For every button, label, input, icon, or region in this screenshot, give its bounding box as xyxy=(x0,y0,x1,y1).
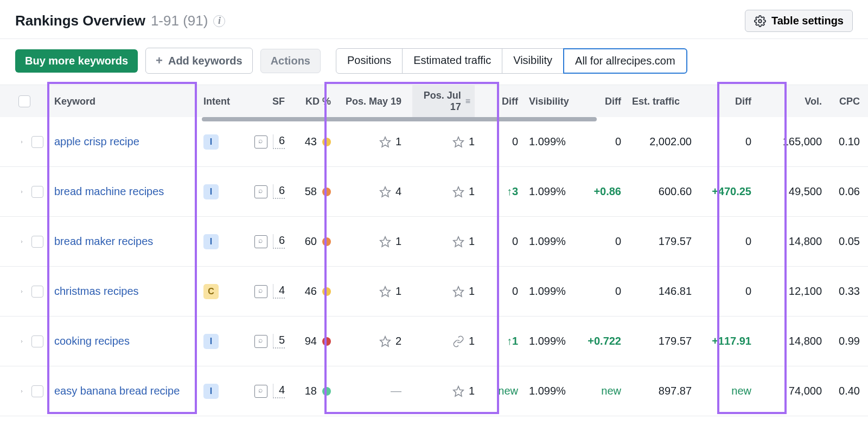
tab-estimated-traffic[interactable]: Estimated traffic xyxy=(402,48,502,74)
table-settings-button[interactable]: Table settings xyxy=(745,10,853,32)
col-diff-est[interactable]: Diff xyxy=(697,85,757,118)
col-cpc[interactable]: CPC xyxy=(827,85,865,118)
serp-features-icon[interactable] xyxy=(254,185,267,198)
diff-position: ↑3 xyxy=(507,185,518,198)
col-keyword[interactable]: Keyword xyxy=(49,85,198,118)
info-icon[interactable]: i xyxy=(213,15,225,27)
cpc-value: 0.10 xyxy=(827,135,865,148)
svg-point-0 xyxy=(758,20,762,23)
est-traffic-value: 897.87 xyxy=(627,385,697,397)
keyword-link[interactable]: apple crisp recipe xyxy=(54,135,139,147)
gear-icon xyxy=(754,15,766,27)
tab-visibility[interactable]: Visibility xyxy=(502,48,564,74)
actions-button[interactable]: Actions xyxy=(260,49,321,73)
position-jul17: 1 xyxy=(407,335,480,347)
table-row: bread maker recipes I 6 60 1 1 0 1.099% … xyxy=(0,217,868,267)
visibility-value: 1.099% xyxy=(524,235,578,248)
diff-est-traffic: 0 xyxy=(745,285,751,298)
chevron-right-icon[interactable] xyxy=(20,388,24,395)
chevron-right-icon[interactable] xyxy=(20,238,24,246)
col-pos-may19[interactable]: Pos. May 19 xyxy=(336,85,407,118)
keyword-link[interactable]: christmas recipes xyxy=(54,285,139,297)
kd-dot-icon xyxy=(322,287,331,296)
chevron-right-icon[interactable] xyxy=(20,288,24,295)
position-may19: 1 xyxy=(336,285,407,298)
page-title: Rankings Overview xyxy=(15,12,145,29)
tab-positions[interactable]: Positions xyxy=(336,48,403,74)
row-checkbox[interactable] xyxy=(31,286,43,298)
serp-features-icon[interactable] xyxy=(254,235,267,248)
cpc-value: 0.05 xyxy=(827,235,865,248)
sf-count: 6 xyxy=(273,184,285,199)
svg-marker-5 xyxy=(380,236,390,246)
diff-position: 0 xyxy=(512,235,518,248)
serp-features-icon[interactable] xyxy=(254,335,267,348)
volume-value: 165,000 xyxy=(757,135,827,148)
est-traffic-value: 2,002.00 xyxy=(627,135,697,148)
select-all-checkbox[interactable] xyxy=(18,95,30,107)
col-url[interactable]: URL xyxy=(865,85,868,118)
add-keywords-button[interactable]: +Add keywords xyxy=(145,48,253,74)
keyword-link[interactable]: bread maker recipes xyxy=(54,235,153,247)
volume-value: 74,000 xyxy=(757,385,827,397)
chevron-right-icon[interactable] xyxy=(20,338,24,345)
row-checkbox[interactable] xyxy=(31,136,43,148)
diff-position: ↑1 xyxy=(507,335,518,347)
position-jul17: 1 xyxy=(407,135,480,148)
sf-count: 4 xyxy=(273,284,285,299)
col-intent[interactable]: Intent xyxy=(198,85,236,118)
position-may19: 1 xyxy=(336,235,407,248)
kd-value: 94 xyxy=(305,335,317,347)
kd-value: 58 xyxy=(305,185,317,198)
serp-features-icon[interactable] xyxy=(254,135,267,149)
visibility-value: 1.099% xyxy=(524,385,578,397)
buy-more-keywords-button[interactable]: Buy more keywords xyxy=(15,49,138,73)
row-checkbox[interactable] xyxy=(31,335,43,347)
svg-marker-2 xyxy=(454,137,463,146)
row-checkbox[interactable] xyxy=(31,186,43,198)
svg-marker-7 xyxy=(380,286,390,296)
position-jul17: 1 xyxy=(407,235,480,248)
diff-est-traffic: 0 xyxy=(745,135,751,148)
visibility-value: 1.099% xyxy=(524,285,578,298)
rankings-table: Keyword Intent SF KD % Pos. May 19 Pos. … xyxy=(0,85,868,416)
col-kd[interactable]: KD % xyxy=(290,85,336,118)
cpc-value: 0.33 xyxy=(827,285,865,298)
est-traffic-value: 600.60 xyxy=(627,185,697,198)
col-volume[interactable]: Vol. xyxy=(757,85,827,118)
position-jul17: 1 xyxy=(407,385,480,397)
row-checkbox[interactable] xyxy=(31,236,43,248)
est-traffic-value: 146.81 xyxy=(627,285,697,298)
kd-dot-icon xyxy=(322,337,331,346)
keyword-link[interactable]: bread machine recipes xyxy=(54,185,164,197)
serp-features-icon[interactable] xyxy=(254,385,267,398)
kd-dot-icon xyxy=(322,188,331,196)
col-est-traffic[interactable]: Est. traffic xyxy=(627,85,697,118)
kd-dot-icon xyxy=(322,387,331,396)
diff-position: new xyxy=(498,385,518,397)
tab-all[interactable]: All for allrecipes.com xyxy=(563,48,687,74)
keyword-link[interactable]: easy banana bread recipe xyxy=(54,385,180,397)
col-pos-jul17[interactable]: Pos. Jul 17≡ xyxy=(407,85,480,118)
chevron-right-icon[interactable] xyxy=(20,138,24,146)
svg-marker-9 xyxy=(380,336,390,346)
col-diff-pos[interactable]: Diff xyxy=(480,85,524,118)
horizontal-scrollbar[interactable] xyxy=(202,117,597,121)
cpc-value: 0.40 xyxy=(827,385,865,397)
est-traffic-value: 179.57 xyxy=(627,335,697,347)
sf-count: 6 xyxy=(273,234,285,249)
kd-value: 46 xyxy=(305,285,317,298)
chevron-right-icon[interactable] xyxy=(20,188,24,196)
col-visibility[interactable]: Visibility xyxy=(524,85,578,118)
serp-features-icon[interactable] xyxy=(254,285,267,298)
row-checkbox[interactable] xyxy=(31,385,43,397)
page-range: 1-91 (91) xyxy=(151,12,208,29)
volume-value: 12,100 xyxy=(757,285,827,298)
col-diff-vis[interactable]: Diff xyxy=(578,85,627,118)
keyword-link[interactable]: cooking recipes xyxy=(54,335,130,347)
diff-visibility: new xyxy=(601,385,621,397)
col-sf[interactable]: SF xyxy=(236,85,290,118)
table-settings-label: Table settings xyxy=(771,15,844,27)
intent-badge: C xyxy=(203,284,219,299)
svg-marker-1 xyxy=(380,137,390,146)
